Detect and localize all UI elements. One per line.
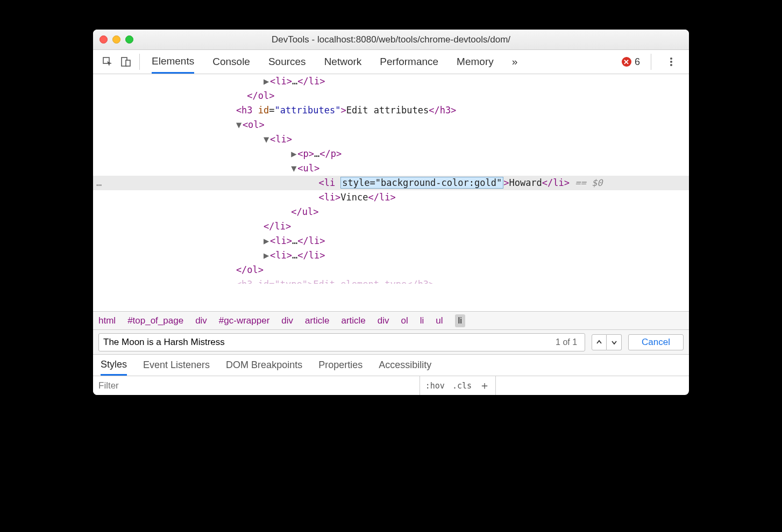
device-toolbar-icon[interactable]	[117, 53, 135, 71]
dom-node[interactable]: ▶<li>…</li>	[93, 74, 689, 89]
dom-node[interactable]: ▼<li>	[93, 132, 689, 147]
breadcrumb-item[interactable]: li	[420, 315, 424, 326]
dom-node[interactable]: ▶<li>…</li>	[93, 234, 689, 248]
tab-properties[interactable]: Properties	[318, 355, 362, 376]
dom-node[interactable]: ▼<ul>	[93, 161, 689, 176]
breadcrumb-item[interactable]: article	[341, 315, 365, 326]
sidebar-tabs: Styles Event Listeners DOM Breakpoints P…	[93, 354, 689, 376]
error-count: 6	[635, 56, 640, 68]
dom-node[interactable]: ▶<p>…</p>	[93, 147, 689, 161]
tab-styles[interactable]: Styles	[101, 355, 127, 376]
hov-toggle[interactable]: :hov	[425, 381, 445, 391]
breadcrumb-item[interactable]: html	[98, 315, 116, 326]
search-next-button[interactable]	[607, 334, 622, 350]
breadcrumb-item[interactable]: #gc-wrapper	[219, 315, 270, 326]
dom-node[interactable]: </ol>	[93, 89, 689, 103]
close-window-button[interactable]	[99, 35, 108, 44]
dom-node[interactable]: <li>Vince</li>	[93, 190, 689, 205]
separator	[139, 54, 140, 70]
styles-filter-input[interactable]	[93, 376, 420, 395]
tab-event-listeners[interactable]: Event Listeners	[143, 355, 210, 376]
window-title: DevTools - localhost:8080/web/tools/chro…	[93, 34, 689, 45]
attribute-edit-field[interactable]: style="background-color:gold"	[340, 177, 503, 189]
breadcrumb-item[interactable]: div	[378, 315, 389, 326]
breadcrumb-item[interactable]: article	[305, 315, 329, 326]
traffic-lights	[99, 35, 133, 44]
search-bar: 1 of 1 Cancel	[93, 329, 689, 354]
breadcrumb-item[interactable]: ol	[401, 315, 408, 326]
tab-sources[interactable]: Sources	[268, 50, 306, 74]
minimize-window-button[interactable]	[112, 35, 120, 44]
new-style-rule-icon[interactable]: ＋	[479, 378, 490, 393]
tab-performance[interactable]: Performance	[380, 50, 438, 74]
separator	[651, 54, 651, 70]
search-input-wrap: 1 of 1	[98, 333, 585, 351]
tab-network[interactable]: Network	[324, 50, 362, 74]
svg-rect-2	[126, 60, 130, 66]
tab-console[interactable]: Console	[212, 50, 250, 74]
breadcrumb-item[interactable]: li	[455, 314, 466, 327]
search-count: 1 of 1	[552, 337, 580, 347]
dom-node[interactable]: ▶<li>…</li>	[93, 248, 689, 263]
svg-point-3	[670, 57, 672, 60]
devtools-window: DevTools - localhost:8080/web/tools/chro…	[93, 30, 689, 395]
window-titlebar: DevTools - localhost:8080/web/tools/chro…	[93, 30, 689, 50]
tab-memory[interactable]: Memory	[457, 50, 494, 74]
svg-point-5	[670, 64, 672, 66]
box-model-pane	[495, 376, 689, 395]
dom-node[interactable]: <h3 id="type">Edit element type</h3>	[93, 277, 689, 284]
dom-node[interactable]: … <li style="background-color:gold">Howa…	[93, 176, 689, 190]
dom-node[interactable]: </ul>	[93, 205, 689, 219]
dom-breadcrumb: html#top_of_pagediv#gc-wrapperdivarticle…	[93, 311, 689, 329]
breadcrumb-item[interactable]: div	[281, 315, 293, 326]
error-badge[interactable]: ✕ 6	[622, 56, 640, 68]
kebab-menu-icon[interactable]	[662, 53, 680, 71]
tab-accessibility[interactable]: Accessibility	[379, 355, 431, 376]
tab-elements[interactable]: Elements	[152, 50, 194, 74]
dom-node[interactable]: ▼<ol>	[93, 118, 689, 132]
search-prev-button[interactable]	[592, 334, 607, 350]
error-icon: ✕	[622, 57, 631, 67]
zoom-window-button[interactable]	[125, 35, 133, 44]
tabs-overflow-icon[interactable]: »	[512, 50, 518, 74]
dom-node[interactable]: </ol>	[93, 263, 689, 277]
breadcrumb-item[interactable]: ul	[436, 315, 443, 326]
main-toolbar: Elements Console Sources Network Perform…	[93, 50, 689, 74]
styles-toolbar: :hov .cls ＋	[93, 376, 689, 395]
inspect-element-icon[interactable]	[98, 53, 117, 71]
svg-point-4	[670, 61, 672, 63]
search-input[interactable]	[103, 337, 552, 348]
breadcrumb-item[interactable]: #top_of_page	[127, 315, 183, 326]
breadcrumb-item[interactable]: div	[195, 315, 207, 326]
cancel-button[interactable]: Cancel	[628, 334, 684, 350]
dom-node[interactable]: <h3 id="attributes">Edit attributes</h3>	[93, 103, 689, 118]
cls-toggle[interactable]: .cls	[452, 381, 472, 391]
tab-dom-breakpoints[interactable]: DOM Breakpoints	[226, 355, 302, 376]
dom-node[interactable]: </li>	[93, 219, 689, 234]
panel-tabs: Elements Console Sources Network Perform…	[144, 50, 622, 74]
dom-tree[interactable]: ▶<li>…</li> </ol> <h3 id="attributes">Ed…	[93, 74, 689, 311]
ellipsis-icon[interactable]: …	[96, 176, 102, 190]
